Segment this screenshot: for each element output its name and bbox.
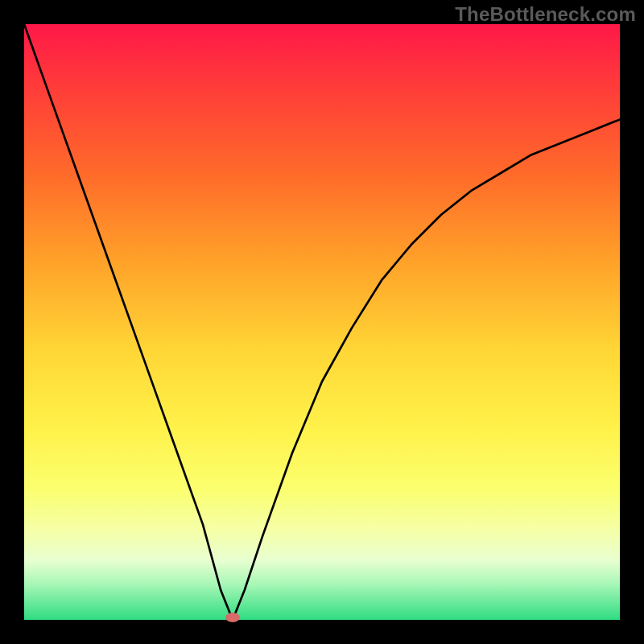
chart-frame: TheBottleneck.com [0,0,644,644]
gradient-plot-area [24,24,620,620]
watermark-label: TheBottleneck.com [455,3,636,26]
bottleneck-curve [24,24,620,620]
minimum-marker [225,613,240,622]
curve-svg [24,24,620,620]
